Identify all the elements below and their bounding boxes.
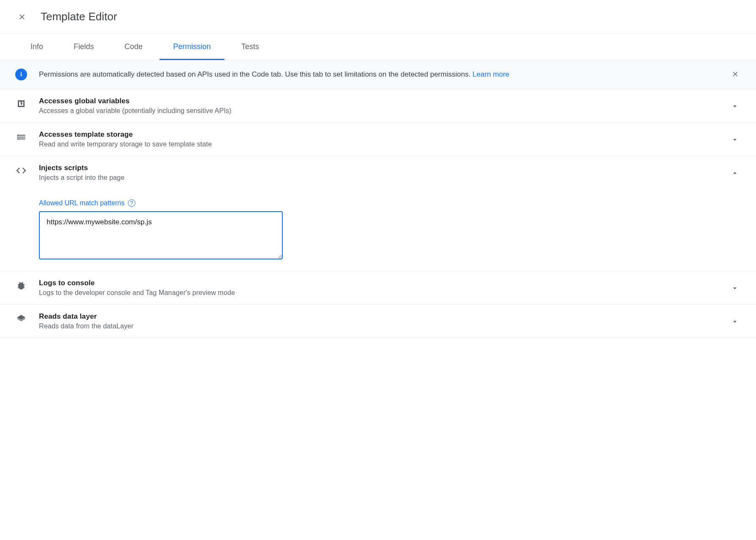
tabs: Info Fields Code Permission Tests: [0, 34, 756, 60]
permission-header[interactable]: Accesses template storage Read and write…: [0, 123, 756, 156]
close-icon: [18, 13, 26, 21]
permission-header[interactable]: Reads data layer Reads data from the dat…: [0, 305, 756, 338]
permission-header[interactable]: Accesses global variables Accesses a glo…: [0, 89, 756, 122]
chevron-down-icon: [729, 100, 741, 112]
permission-subtitle: Logs to the developer console and Tag Ma…: [39, 289, 717, 297]
svg-rect-4: [17, 137, 19, 138]
permission-subtitle: Injects a script into the page: [39, 174, 717, 182]
permission-title: Injects scripts: [39, 164, 717, 172]
tab-fields[interactable]: Fields: [60, 34, 108, 60]
tab-permission[interactable]: Permission: [160, 34, 224, 60]
close-icon: [731, 70, 739, 78]
field-label: Allowed URL match patterns: [39, 199, 124, 207]
permission-title: Logs to console: [39, 279, 717, 287]
allowed-url-patterns-input[interactable]: [39, 211, 283, 259]
permission-subtitle: Reads data from the dataLayer: [39, 322, 717, 330]
info-icon: i: [15, 69, 27, 80]
info-text: Permissions are automatically detected b…: [39, 69, 718, 80]
permission-injects-scripts: Injects scripts Injects a script into th…: [0, 156, 756, 271]
permission-text: Accesses template storage Read and write…: [39, 130, 717, 148]
permission-text: Reads data layer Reads data from the dat…: [39, 312, 717, 330]
svg-rect-5: [17, 138, 19, 139]
permission-body: Allowed URL match patterns ?: [0, 199, 756, 271]
banner-text: Permissions are automatically detected b…: [39, 70, 472, 78]
storage-icon: [15, 131, 27, 143]
header: Template Editor: [0, 0, 756, 34]
permission-title: Accesses template storage: [39, 130, 717, 139]
field-label-row: Allowed URL match patterns ?: [39, 199, 741, 207]
permission-template-storage: Accesses template storage Read and write…: [0, 123, 756, 156]
learn-more-link[interactable]: Learn more: [472, 70, 509, 78]
chevron-down-icon: [729, 282, 741, 294]
dismiss-banner-button[interactable]: [730, 69, 741, 80]
permission-subtitle: Read and write temporary storage to save…: [39, 141, 717, 148]
permission-text: Logs to console Logs to the developer co…: [39, 279, 717, 297]
permission-reads-datalayer: Reads data layer Reads data from the dat…: [0, 305, 756, 338]
permission-header[interactable]: Logs to console Logs to the developer co…: [0, 271, 756, 304]
chevron-up-icon: [729, 167, 741, 179]
tab-tests[interactable]: Tests: [228, 34, 273, 60]
permission-global-variables: Accesses global variables Accesses a glo…: [0, 89, 756, 123]
svg-rect-3: [17, 135, 19, 136]
global-variable-icon: [15, 98, 27, 110]
tab-code[interactable]: Code: [111, 34, 156, 60]
close-button[interactable]: [17, 12, 27, 22]
code-icon: [15, 165, 27, 176]
tab-info[interactable]: Info: [17, 34, 57, 60]
permission-logs-console: Logs to console Logs to the developer co…: [0, 271, 756, 305]
permission-header[interactable]: Injects scripts Injects a script into th…: [0, 156, 756, 189]
permission-text: Injects scripts Injects a script into th…: [39, 164, 717, 182]
info-banner: i Permissions are automatically detected…: [0, 60, 756, 89]
layers-icon: [15, 313, 27, 325]
permission-title: Accesses global variables: [39, 97, 717, 105]
permission-subtitle: Accesses a global variable (potentially …: [39, 107, 717, 115]
bug-icon: [15, 280, 27, 292]
permission-text: Accesses global variables Accesses a glo…: [39, 97, 717, 115]
page-title: Template Editor: [41, 10, 117, 23]
chevron-down-icon: [729, 134, 741, 146]
help-icon[interactable]: ?: [128, 199, 135, 207]
permission-title: Reads data layer: [39, 312, 717, 321]
chevron-down-icon: [729, 316, 741, 328]
